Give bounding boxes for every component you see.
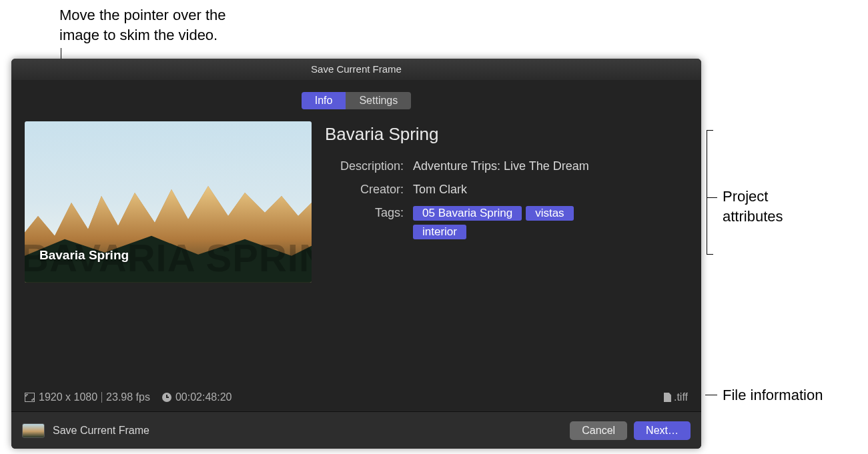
content-area: Info Settings B <box>11 80 701 411</box>
callout-file-info: File information <box>723 385 823 405</box>
callout-text: image to skim the video. <box>59 25 226 45</box>
preview-thumbnail[interactable]: BAVARIA SPRING Bavaria Spring <box>25 121 312 283</box>
tabs: Info Settings <box>25 92 688 109</box>
tab-info[interactable]: Info <box>302 92 346 109</box>
project-attributes: Bavaria Spring Description: Adventure Tr… <box>325 121 688 249</box>
next-button[interactable]: Next… <box>634 421 691 440</box>
file-extension: .tiff <box>674 391 688 403</box>
status-bar: 1920 x 1080 23.98 fps 00:02:48:20 .tiff <box>25 391 688 403</box>
cancel-button[interactable]: Cancel <box>570 421 627 440</box>
project-title: Bavaria Spring <box>325 124 688 145</box>
save-current-frame-dialog: Save Current Frame Info Settings <box>11 59 701 449</box>
description-label: Description: <box>325 159 404 173</box>
fps-value: 23.98 fps <box>106 391 150 403</box>
document-icon <box>664 393 671 402</box>
description-value[interactable]: Adventure Trips: Live The Dream <box>413 159 688 173</box>
expand-icon <box>25 393 35 402</box>
callout-skim: Move the pointer over the image to skim … <box>59 5 226 45</box>
callout-text: attributes <box>723 207 783 227</box>
callout-text: File information <box>723 385 823 405</box>
window-title: Save Current Frame <box>11 59 701 80</box>
dimensions-value: 1920 x 1080 <box>39 391 97 403</box>
bottom-bar: Save Current Frame Cancel Next… <box>11 411 701 449</box>
timecode-value: 00:02:48:20 <box>175 391 232 403</box>
thumbnail-overlay-small: Bavaria Spring <box>39 248 129 263</box>
callout-line <box>705 395 717 395</box>
clock-icon <box>162 393 171 402</box>
tag[interactable]: interior <box>413 225 466 239</box>
callout-bracket <box>707 130 707 254</box>
callout-project-attributes: Project attributes <box>723 187 783 226</box>
callout-bracket <box>707 197 717 198</box>
tag[interactable]: 05 Bavaria Spring <box>413 206 522 221</box>
callout-bracket <box>707 130 713 131</box>
bottom-thumbnail <box>22 423 45 438</box>
tags-label: Tags: <box>325 206 404 239</box>
bottom-title: Save Current Frame <box>53 425 563 437</box>
creator-value[interactable]: Tom Clark <box>413 183 688 197</box>
callout-text: Project <box>723 187 783 207</box>
creator-label: Creator: <box>325 183 404 197</box>
tab-settings[interactable]: Settings <box>346 92 411 109</box>
callout-bracket <box>707 254 713 255</box>
divider <box>101 392 102 403</box>
tag[interactable]: vistas <box>526 206 573 221</box>
callout-text: Move the pointer over the <box>59 5 226 25</box>
tags-container[interactable]: 05 Bavaria Spring vistas interior <box>413 206 613 239</box>
